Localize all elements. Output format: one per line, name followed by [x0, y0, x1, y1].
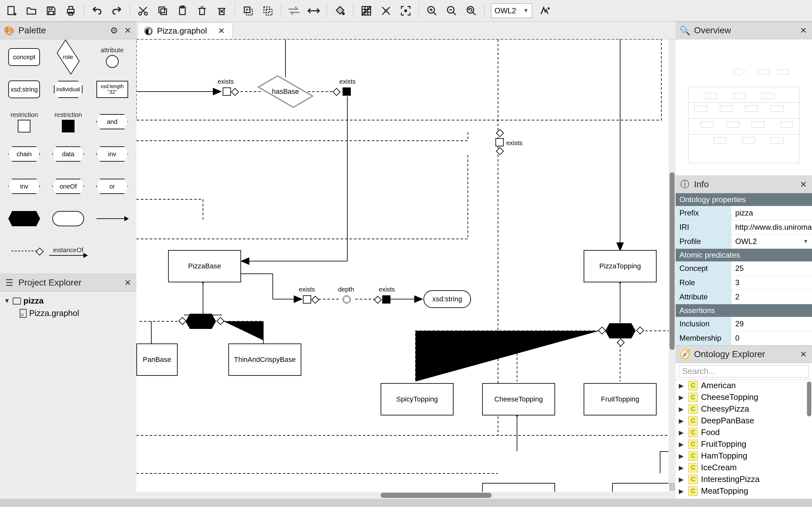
search-icon: 🔍 — [679, 25, 690, 36]
scroll-thumb[interactable] — [807, 382, 811, 416]
project-explorer-close-button[interactable]: ✕ — [123, 278, 133, 287]
syntax-check-button[interactable] — [537, 2, 554, 20]
project-file[interactable]: Pizza.graphol — [4, 307, 133, 320]
pal-instanceof[interactable]: instanceOf — [49, 238, 88, 264]
zoom-in-button[interactable] — [423, 2, 441, 20]
front-button[interactable] — [239, 2, 257, 20]
swap-h-button[interactable] — [285, 2, 303, 20]
pal-role[interactable]: role — [49, 44, 88, 70]
ontology-item[interactable]: ▶CHamTopping — [676, 450, 812, 462]
node-panbase[interactable]: PanBase — [136, 343, 177, 376]
node-thinandcrispybase[interactable]: ThinAndCrispyBase — [229, 343, 301, 376]
paste-button[interactable] — [173, 2, 191, 20]
pal-inv1[interactable]: inv — [92, 141, 132, 167]
zoom-out-button[interactable] — [443, 2, 461, 20]
pal-and[interactable]: and — [92, 108, 132, 135]
clear-button[interactable] — [213, 2, 231, 20]
info-sect-atomic: Atomic predicates — [676, 249, 812, 262]
tab-pizza[interactable]: ◐ Pizza.graphol ✕ — [138, 22, 233, 39]
pal-pill[interactable] — [49, 205, 88, 232]
pal-data[interactable]: data — [49, 141, 88, 167]
fill-button[interactable] — [331, 2, 349, 20]
node-spicytopping[interactable]: SpicyTopping — [380, 383, 454, 415]
pal-inv2[interactable]: inv — [4, 173, 44, 200]
ontology-explorer-close-button[interactable]: ✕ — [799, 349, 808, 359]
ontology-item[interactable]: ▶CCheesyPizza — [676, 403, 812, 415]
palette-close-button[interactable]: ✕ — [123, 26, 133, 35]
ontology-item[interactable]: ▶CMeatTopping — [676, 485, 812, 497]
scroll-thumb[interactable] — [670, 172, 675, 350]
cut-button[interactable] — [134, 2, 152, 20]
ontology-item[interactable]: ▶CCheeseTopping — [676, 391, 812, 403]
pal-xsdstring[interactable]: xsd:string — [4, 76, 44, 103]
ontology-item[interactable]: ▶CFood — [676, 427, 812, 438]
ontology-search — [676, 363, 812, 380]
restriction-node-filled[interactable] — [382, 295, 391, 303]
node-cheesetopping[interactable]: CheeseTopping — [482, 383, 555, 415]
save-button[interactable] — [42, 2, 60, 20]
ontology-search-input[interactable] — [679, 365, 809, 377]
info-prefix-value[interactable]: pizza — [731, 206, 812, 220]
back-button[interactable] — [259, 2, 276, 20]
pal-or[interactable]: or — [92, 173, 132, 200]
main-toolbar: OWL2 ▼ — [0, 0, 812, 21]
pal-restriction-white[interactable]: restriction — [4, 108, 44, 135]
info-iri-value[interactable]: http://www.dis.uniroma — [731, 220, 812, 234]
restriction-node[interactable] — [496, 138, 504, 147]
snap-button[interactable] — [377, 2, 395, 20]
project-explorer-body: ▼ pizza Pizza.graphol — [0, 291, 136, 499]
redo-button[interactable] — [108, 2, 125, 20]
pal-concept[interactable]: concept — [4, 44, 44, 70]
ontology-item[interactable]: ▶CDeepPanBase — [676, 415, 812, 427]
restriction-node[interactable] — [223, 88, 231, 96]
pal-individual[interactable]: individual — [49, 76, 88, 103]
restriction-node[interactable] — [303, 295, 311, 303]
node-pizzabase[interactable]: PizzaBase — [168, 250, 241, 282]
node-fruittopping[interactable]: FruitTopping — [583, 383, 657, 415]
svg-rect-75 — [752, 122, 764, 127]
ontology-item[interactable]: ▶CIceCream — [676, 462, 812, 473]
ontology-item[interactable]: ▶CAmerican — [676, 380, 812, 391]
pal-restriction-black[interactable]: restriction — [49, 108, 88, 135]
tab-close-button[interactable]: ✕ — [217, 26, 226, 36]
attribute-node[interactable] — [343, 295, 351, 303]
copy-button[interactable] — [154, 2, 171, 20]
ontology-item[interactable]: ▶CInterestingPizza — [676, 473, 812, 485]
pal-dasharrow[interactable] — [4, 238, 44, 264]
node-hasbase[interactable]: hasBase — [260, 77, 311, 106]
delete-button[interactable] — [193, 2, 211, 20]
pal-oneof[interactable]: oneOf — [49, 173, 88, 200]
gear-icon[interactable]: ⚙ — [108, 25, 119, 36]
owl-profile-select[interactable]: OWL2 ▼ — [491, 3, 532, 18]
restriction-node-filled[interactable] — [343, 88, 351, 96]
canvas-scroll-v[interactable] — [669, 39, 676, 492]
new-file-button[interactable] — [3, 2, 20, 20]
ontology-scroll-v[interactable] — [807, 380, 811, 499]
diagram-canvas[interactable]: hasBase exists exists exists PizzaBase P… — [136, 39, 676, 499]
ontology-item[interactable]: ▶CFruitTopping — [676, 438, 812, 450]
pal-arrow[interactable] — [92, 205, 132, 232]
open-button[interactable] — [22, 2, 40, 20]
pal-xsdlength[interactable]: xsd:length"32" — [92, 76, 132, 103]
info-profile-select[interactable]: OWL2▼ — [731, 234, 812, 248]
overview-minimap[interactable] — [676, 39, 812, 176]
svg-rect-74 — [726, 122, 739, 127]
pal-blackhex[interactable] — [4, 205, 44, 232]
print-button[interactable] — [62, 2, 80, 20]
union-node[interactable] — [605, 323, 636, 338]
canvas-scroll-h[interactable] — [136, 492, 676, 499]
undo-button[interactable] — [88, 2, 106, 20]
scroll-thumb[interactable] — [380, 493, 492, 498]
node-xsdstring[interactable]: xsd:string — [423, 290, 471, 308]
pal-attribute[interactable]: attribute — [92, 44, 132, 70]
center-button[interactable] — [397, 2, 415, 20]
project-root[interactable]: ▼ pizza — [4, 295, 133, 307]
grid-off-button[interactable] — [357, 2, 375, 20]
overview-close-button[interactable]: ✕ — [799, 26, 808, 35]
resize-h-button[interactable] — [305, 2, 322, 20]
pal-chain[interactable]: chain — [4, 141, 44, 167]
node-pizzatopping[interactable]: PizzaTopping — [583, 250, 657, 282]
zoom-reset-button[interactable] — [462, 2, 480, 20]
union-node[interactable] — [186, 314, 216, 329]
info-close-button[interactable]: ✕ — [799, 180, 808, 189]
